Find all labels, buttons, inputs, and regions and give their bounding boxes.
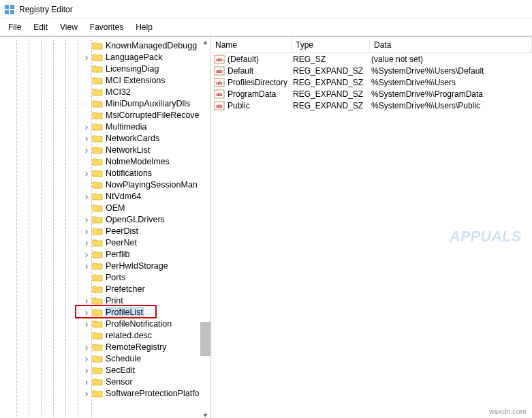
tree-item[interactable]: ›NetworkList [0, 144, 210, 155]
tree-item[interactable]: ›ProfileList [0, 306, 210, 318]
svg-rect-0 [5, 5, 9, 9]
tree-item-label: NetworkCards [106, 134, 159, 143]
value-list[interactable]: ab(Default)REG_SZ(value not set)abDefaul… [211, 53, 532, 111]
folder-icon [92, 377, 103, 387]
tree-list[interactable]: KnownManagedDebugg›LanguagePackLicensing… [0, 40, 210, 417]
app-icon [4, 4, 15, 15]
tree-item[interactable]: ›NtVdm64 [0, 190, 210, 202]
title-bar: Registry Editor [0, 0, 532, 19]
folder-icon [92, 238, 103, 248]
tree-item[interactable]: related.desc [0, 329, 210, 341]
column-header-data[interactable]: Data [370, 37, 532, 53]
svg-rect-1 [10, 5, 14, 9]
value-row[interactable]: abProfilesDirectoryREG_EXPAND_SZ%SystemD… [211, 76, 532, 88]
value-list-panel: Name Type Data ab(Default)REG_SZ(value n… [211, 37, 532, 418]
tree-item[interactable]: ›RemoteRegistry [0, 341, 210, 353]
tree-item[interactable]: ›Sensor [0, 376, 210, 387]
folder-icon [92, 342, 103, 352]
folder-icon [92, 203, 103, 213]
tree-item[interactable]: ›Notifications [0, 167, 210, 179]
tree-spacer [82, 284, 91, 294]
chevron-right-icon[interactable]: › [82, 192, 91, 201]
tree-item[interactable]: ›Perflib [0, 248, 210, 260]
tree-item[interactable]: ›PeerDist [0, 225, 210, 237]
chevron-right-icon[interactable]: › [82, 377, 91, 387]
column-header-name[interactable]: Name [211, 37, 292, 53]
value-name: Public [228, 101, 293, 110]
tree-item[interactable]: Ports [0, 271, 210, 283]
scroll-down-icon[interactable]: ▼ [200, 410, 210, 418]
menu-view[interactable]: View [54, 20, 83, 34]
string-value-icon: ab [214, 78, 225, 87]
tree-item[interactable]: LicensingDiag [0, 63, 210, 74]
folder-icon [92, 168, 103, 178]
folder-icon [92, 365, 103, 375]
value-row[interactable]: abPublicREG_EXPAND_SZ%SystemDrive%\Users… [211, 100, 532, 111]
tree-item[interactable]: ›SecEdit [0, 364, 210, 376]
svg-text:ab: ab [216, 57, 222, 63]
folder-icon [92, 215, 103, 224]
value-type: REG_EXPAND_SZ [293, 66, 371, 76]
value-name: ProfilesDirectory [228, 78, 293, 87]
scrollbar-thumb[interactable] [200, 322, 210, 356]
chevron-right-icon[interactable]: › [82, 261, 91, 271]
tree-item-label: NowPlayingSessionMan [106, 180, 198, 190]
string-value-icon: ab [214, 89, 225, 99]
tree-item[interactable]: ›NetworkCards [0, 132, 210, 144]
chevron-right-icon[interactable]: › [82, 168, 91, 178]
value-row[interactable]: abProgramDataREG_EXPAND_SZ%SystemDrive%\… [211, 88, 532, 100]
menu-help[interactable]: Help [130, 20, 158, 34]
tree-item-label: MCI32 [106, 87, 131, 97]
tree-item[interactable]: ›SoftwareProtectionPlatfo [0, 387, 210, 399]
value-type: REG_SZ [293, 55, 371, 64]
chevron-right-icon[interactable]: › [82, 238, 91, 248]
tree-item[interactable]: ›Multimedia [0, 121, 210, 132]
value-name: ProgramData [228, 89, 293, 99]
folder-icon [92, 319, 103, 329]
chevron-right-icon[interactable]: › [82, 308, 91, 317]
chevron-right-icon[interactable]: › [82, 250, 91, 259]
tree-item[interactable]: MCI32 [0, 86, 210, 98]
chevron-right-icon[interactable]: › [82, 53, 91, 62]
chevron-right-icon[interactable]: › [82, 215, 91, 224]
scroll-up-icon[interactable]: ▲ [200, 37, 210, 47]
tree-spacer [82, 273, 91, 282]
tree-item-label: Ports [106, 273, 125, 282]
tree-item[interactable]: ›LanguagePack [0, 51, 210, 63]
chevron-right-icon[interactable]: › [82, 319, 91, 329]
tree-item-label: PerHwIdStorage [106, 261, 168, 271]
menu-favorites[interactable]: Favorites [84, 20, 129, 34]
column-header-type[interactable]: Type [292, 37, 370, 53]
value-type: REG_EXPAND_SZ [293, 89, 371, 99]
folder-icon [92, 308, 103, 317]
tree-item[interactable]: MiniDumpAuxiliaryDlls [0, 98, 210, 109]
chevron-right-icon[interactable]: › [82, 226, 91, 236]
chevron-right-icon[interactable]: › [82, 354, 91, 363]
tree-item[interactable]: ›OpenGLDrivers [0, 213, 210, 225]
tree-item[interactable]: Prefetcher [0, 283, 210, 295]
tree-item[interactable]: NowPlayingSessionMan [0, 179, 210, 190]
chevron-right-icon[interactable]: › [82, 122, 91, 132]
tree-item[interactable]: KnownManagedDebugg [0, 40, 210, 51]
folder-icon [92, 64, 103, 74]
chevron-right-icon[interactable]: › [82, 296, 91, 305]
chevron-right-icon[interactable]: › [82, 145, 91, 155]
tree-item[interactable]: ›Print [0, 295, 210, 306]
menu-edit[interactable]: Edit [28, 20, 53, 34]
chevron-right-icon[interactable]: › [82, 342, 91, 352]
tree-item[interactable]: ›ProfileNotification [0, 318, 210, 329]
tree-item[interactable]: NolmeModelmes [0, 155, 210, 167]
value-row[interactable]: abDefaultREG_EXPAND_SZ%SystemDrive%\User… [211, 65, 532, 76]
tree-item[interactable]: OEM [0, 202, 210, 213]
tree-item[interactable]: MCI Extensions [0, 74, 210, 86]
chevron-right-icon[interactable]: › [82, 389, 91, 398]
tree-item[interactable]: MsiCorruptedFileRecove [0, 109, 210, 121]
chevron-right-icon[interactable]: › [82, 365, 91, 375]
tree-item[interactable]: ›Schedule [0, 353, 210, 364]
tree-item[interactable]: ›PeerNet [0, 237, 210, 248]
tree-spacer [82, 41, 91, 50]
value-row[interactable]: ab(Default)REG_SZ(value not set) [211, 53, 532, 65]
tree-item[interactable]: ›PerHwIdStorage [0, 260, 210, 271]
chevron-right-icon[interactable]: › [82, 134, 91, 143]
menu-file[interactable]: File [3, 20, 27, 34]
